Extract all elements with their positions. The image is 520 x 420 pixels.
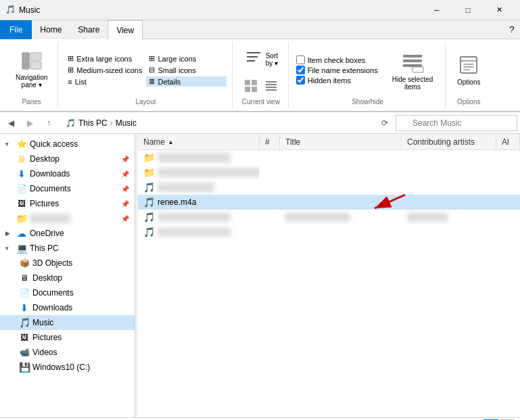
item-check-boxes-checkbox[interactable] bbox=[296, 55, 305, 64]
sort-by-button[interactable]: Sortby ▾ bbox=[239, 45, 283, 74]
panes-group-label: Panes bbox=[22, 95, 41, 106]
file-cell-hash bbox=[260, 150, 280, 165]
forward-button[interactable]: ▶ bbox=[22, 115, 38, 131]
sidebar-quick-access[interactable]: ▾ ⭐ Quick access bbox=[0, 137, 135, 151]
documents-label: Documents bbox=[30, 184, 71, 193]
documents2-icon: 📄 bbox=[19, 287, 30, 298]
3d-objects-icon: 📦 bbox=[19, 258, 30, 269]
table-row[interactable]: 📁 xxxxxxxxxxxxxxxxxx bbox=[138, 150, 520, 165]
thispc-expand: ▾ bbox=[5, 245, 14, 252]
file-name-extensions-checkbox[interactable] bbox=[296, 66, 305, 74]
ribbon-help-button[interactable]: ? bbox=[504, 20, 520, 39]
sidebar-item-documents2[interactable]: 📄 Documents bbox=[0, 285, 135, 300]
sidebar-item-desktop[interactable]: 🖥 Desktop 📌 bbox=[0, 151, 135, 166]
file-name-extensions-option[interactable]: File name extensions bbox=[296, 66, 378, 74]
file-name-blurred4: xxxxxxxxxxxxxxxxxx bbox=[158, 212, 231, 222]
drive-label: Windows10 (C:) bbox=[32, 363, 90, 372]
sidebar-onedrive[interactable]: ▶ ☁ OneDrive bbox=[0, 226, 135, 241]
file-area: Name ▲ # Title Contributing artists Al 📁… bbox=[138, 134, 520, 417]
sidebar-item-documents[interactable]: 📄 Documents 📌 bbox=[0, 181, 135, 196]
minimize-button[interactable]: ─ bbox=[421, 0, 452, 20]
sidebar-item-windows10[interactable]: 💾 Windows10 (C:) bbox=[0, 360, 135, 375]
downloads-icon: ⬇ bbox=[16, 168, 27, 179]
file-name-renee: renee.m4a bbox=[158, 197, 196, 207]
col-header-album[interactable]: Al bbox=[496, 134, 520, 149]
options-button[interactable]: Options bbox=[452, 51, 485, 89]
file-cell-name: 🎵 xxxxxxxxxxxxxxxxxx bbox=[138, 225, 260, 239]
table-row[interactable]: 📁 xxxxxxxxxxxxxxxxxxxxxxxxxx bbox=[138, 165, 520, 180]
layout-list[interactable]: ≡ List bbox=[65, 76, 145, 87]
sidebar-item-downloads[interactable]: ⬇ Downloads 📌 bbox=[0, 166, 135, 181]
status-bar: 6 items ≡ ⊞ bbox=[0, 417, 520, 420]
col-header-name[interactable]: Name ▲ bbox=[138, 134, 260, 149]
sidebar-item-blurred1[interactable]: 📁 xxxxxxxxxx 📌 bbox=[0, 211, 135, 226]
col-header-title[interactable]: Title bbox=[280, 134, 402, 149]
file-cell-name: 📁 xxxxxxxxxxxxxxxxxxxxxxxxxx bbox=[138, 165, 260, 180]
table-row[interactable]: 🎵 xxxxxxxxxxxxxxxxxx bbox=[138, 225, 520, 239]
onedrive-icon: ☁ bbox=[16, 228, 27, 239]
downloads2-icon: ⬇ bbox=[19, 302, 30, 313]
group-by-button[interactable] bbox=[241, 76, 260, 95]
tab-file[interactable]: File bbox=[0, 20, 32, 39]
desktop-label: Desktop bbox=[30, 154, 60, 164]
sidebar-this-pc[interactable]: ▾ 💻 This PC bbox=[0, 241, 135, 256]
videos-icon: 📹 bbox=[19, 347, 30, 358]
layout-icon5: ≡ bbox=[68, 78, 72, 86]
folder-icon-row2: 📁 bbox=[143, 167, 155, 178]
svg-rect-0 bbox=[22, 53, 29, 69]
nav-pane-icon bbox=[21, 51, 43, 72]
svg-rect-7 bbox=[252, 80, 257, 85]
tab-home[interactable]: Home bbox=[32, 20, 70, 39]
videos-label: Videos bbox=[32, 348, 57, 357]
layout-small[interactable]: ⊟ Small icons bbox=[146, 65, 226, 75]
layout-large[interactable]: ⊞ Large icons bbox=[146, 53, 226, 64]
address-part-1: This PC bbox=[78, 118, 108, 128]
back-button[interactable]: ◀ bbox=[3, 115, 19, 131]
file-cell-name: 🎵 xxxxxxxxxxxxxxxxxx bbox=[138, 210, 260, 225]
layout-details[interactable]: ≣ Details bbox=[146, 76, 226, 87]
svg-rect-1 bbox=[30, 53, 41, 60]
file-name-extensions-label: File name extensions bbox=[308, 66, 378, 74]
search-input[interactable] bbox=[396, 115, 517, 131]
item-check-boxes-option[interactable]: Item check boxes bbox=[296, 55, 378, 64]
close-button[interactable]: ✕ bbox=[483, 0, 515, 20]
address-path[interactable]: 🎵 This PC › Music bbox=[60, 115, 374, 131]
sidebar-item-desktop2[interactable]: 🖥 Desktop bbox=[0, 271, 135, 285]
maximize-button[interactable]: □ bbox=[452, 0, 483, 20]
hidden-items-checkbox[interactable] bbox=[296, 76, 305, 85]
window-controls: ─ □ ✕ bbox=[421, 0, 515, 20]
options-label: Options bbox=[457, 78, 480, 86]
col-header-hash[interactable]: # bbox=[260, 134, 280, 149]
sidebar-item-pictures2[interactable]: 🖼 Pictures bbox=[0, 330, 135, 345]
table-row[interactable]: 🎵 xxxxxxxxxxxxxxxxxx xxxxxxxxxxxxxxxx xx… bbox=[138, 210, 520, 225]
sidebar-item-videos[interactable]: 📹 Videos bbox=[0, 345, 135, 360]
sidebar-item-downloads2[interactable]: ⬇ Downloads bbox=[0, 300, 135, 315]
refresh-button[interactable]: ⟳ bbox=[377, 115, 393, 131]
quick-access-label: Quick access bbox=[30, 139, 78, 149]
ribbon-group-layout: ⊞ Extra large icons ⊞ Large icons ⊞ Medi… bbox=[60, 42, 232, 108]
ribbon-group-options: Options Options bbox=[447, 42, 490, 108]
up-button[interactable]: ↑ bbox=[41, 115, 57, 131]
window-title: Music bbox=[19, 5, 421, 15]
hidden-items-option[interactable]: Hidden items bbox=[296, 76, 378, 85]
sidebar-item-pictures[interactable]: 🖼 Pictures 📌 bbox=[0, 196, 135, 211]
layout-medium[interactable]: ⊞ Medium-sized icons bbox=[65, 65, 145, 75]
table-row[interactable]: 🎵 renee.m4a bbox=[138, 195, 520, 210]
svg-rect-14 bbox=[403, 55, 422, 57]
col-header-artist[interactable]: Contributing artists bbox=[402, 134, 496, 149]
table-row[interactable]: 🎵 xxxxxxxxxxxxxx bbox=[138, 180, 520, 195]
address-icon: 🎵 bbox=[66, 118, 76, 128]
desktop2-label: Desktop bbox=[32, 273, 62, 283]
add-columns-button[interactable] bbox=[262, 76, 281, 95]
tab-share[interactable]: Share bbox=[70, 20, 108, 39]
show-hide-checkboxes: Item check boxes File name extensions Hi… bbox=[296, 55, 378, 85]
quick-access-icon: ⭐ bbox=[16, 139, 27, 149]
navigation-pane-button[interactable]: Navigationpane ▾ bbox=[11, 48, 52, 92]
sidebar-item-music[interactable]: 🎵 Music bbox=[0, 315, 135, 330]
pin-icon: 📌 bbox=[121, 156, 129, 163]
hide-selected-button[interactable]: Hide selecteditems bbox=[386, 46, 440, 94]
hide-selected-label: Hide selecteditems bbox=[392, 76, 433, 91]
sidebar-item-3d-objects[interactable]: 📦 3D Objects bbox=[0, 256, 135, 271]
layout-extra-large[interactable]: ⊞ Extra large icons bbox=[65, 53, 145, 64]
tab-view[interactable]: View bbox=[108, 20, 143, 39]
